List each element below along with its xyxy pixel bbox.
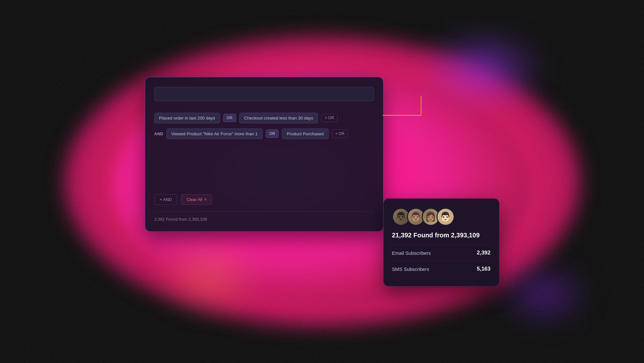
add-or-button-row1[interactable]: + OR: [321, 114, 337, 122]
conditions-area: Placed order in last 200 days OR Checkou…: [154, 113, 374, 188]
filter-found-count: 2,392 Found from 2,393,109: [154, 217, 374, 222]
condition-chip-checkout[interactable]: Checkout created less than 30 days: [239, 113, 318, 123]
actions-row: + AND Clear All ×: [154, 194, 374, 205]
avatar-4-face: 👨🏻: [437, 209, 454, 225]
condition-chip-product-purchased[interactable]: Product Purchased: [282, 129, 329, 139]
operator-or-1: OR: [223, 114, 236, 122]
email-subscribers-value: 2,392: [477, 250, 491, 256]
filter-card: Placed order in last 200 days OR Checkou…: [145, 77, 383, 232]
add-or-button-row2[interactable]: + OR: [332, 129, 348, 138]
avatar-4: 👨🏻: [437, 208, 455, 226]
avatars-row: 👨🏿 👨🏽 👩🏽 👨🏻: [392, 208, 491, 226]
add-and-button[interactable]: + AND: [154, 194, 178, 205]
search-bar[interactable]: [154, 87, 374, 101]
condition-chip-viewed-product[interactable]: Viewed Product "Nike Air Force" more tha…: [167, 129, 263, 139]
sms-subscribers-row: SMS Subscribers 5,163: [392, 261, 491, 277]
divider: [154, 211, 374, 212]
condition-row-2: AND Viewed Product "Nike Air Force" more…: [154, 129, 374, 139]
sms-subscribers-value: 5,163: [477, 266, 491, 272]
and-label-row2: AND: [154, 131, 163, 136]
operator-or-2: OR: [266, 129, 279, 138]
connector-line: [383, 115, 421, 116]
condition-chip-placed-order[interactable]: Placed order in last 200 days: [154, 113, 220, 123]
results-found-total: 21,392 Found from 2,393,109: [392, 232, 491, 239]
main-content: Placed order in last 200 days OR Checkou…: [0, 0, 644, 363]
clear-all-icon: ×: [204, 197, 207, 202]
condition-row-1: Placed order in last 200 days OR Checkou…: [154, 113, 374, 123]
cards-wrapper: Placed order in last 200 days OR Checkou…: [145, 77, 499, 286]
clear-all-label: Clear All: [187, 197, 202, 202]
email-subscribers-label: Email Subscribers: [392, 250, 431, 256]
sms-subscribers-label: SMS Subscribers: [392, 266, 429, 272]
email-subscribers-row: Email Subscribers 2,392: [392, 245, 491, 261]
results-card: 👨🏿 👨🏽 👩🏽 👨🏻 21,392 Found from 2,393,109 …: [383, 198, 499, 286]
clear-all-button[interactable]: Clear All ×: [181, 194, 212, 205]
